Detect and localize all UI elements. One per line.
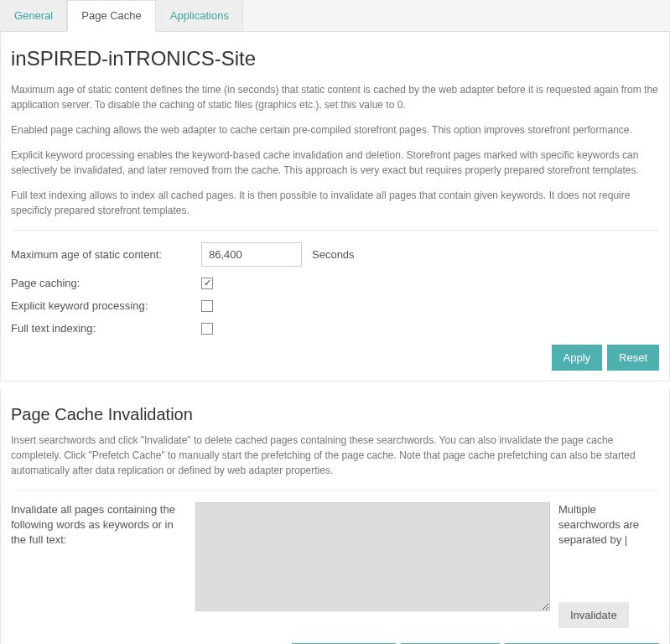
tab-applications[interactable]: Applications (156, 0, 243, 31)
row-explicit: Explicit keyword processing: (11, 299, 659, 312)
checkbox-explicit[interactable] (201, 300, 213, 312)
checkbox-page-caching[interactable]: ✓ (201, 278, 213, 289)
invalidation-panel: Page Cache Invalidation Insert searchwor… (0, 390, 670, 644)
input-max-age[interactable] (201, 242, 302, 267)
label-max-age: Maximum age of static content: (11, 248, 201, 261)
row-max-age: Maximum age of static content: Seconds (11, 242, 659, 267)
tab-general[interactable]: General (0, 0, 67, 31)
invalidation-textarea[interactable] (195, 502, 550, 611)
label-fulltext: Full text indexing: (11, 322, 201, 335)
page-title: inSPIRED-inTRONICS-Site (11, 47, 659, 70)
page-cache-panel: inSPIRED-inTRONICS-Site Maximum age of s… (0, 32, 670, 382)
invalidation-title: Page Cache Invalidation (11, 405, 659, 424)
invalidate-button[interactable]: Invalidate (558, 602, 629, 628)
apply-button[interactable]: Apply (552, 345, 603, 371)
desc-page-caching: Enabled page caching allows the web adap… (11, 122, 659, 138)
description-block: Maximum age of static content defines th… (11, 82, 659, 231)
label-explicit: Explicit keyword processing: (11, 299, 201, 312)
desc-explicit: Explicit keyword processing enables the … (11, 148, 659, 178)
reset-button[interactable]: Reset (607, 345, 659, 371)
apply-reset-row: Apply Reset (11, 345, 659, 371)
row-page-caching: Page caching: ✓ (11, 277, 659, 289)
desc-max-age: Maximum age of static content defines th… (11, 82, 659, 112)
tab-bar: General Page Cache Applications (0, 0, 670, 32)
row-fulltext: Full text indexing: (11, 322, 659, 335)
checkbox-fulltext[interactable] (201, 323, 213, 335)
tab-page-cache[interactable]: Page Cache (67, 0, 156, 32)
label-page-caching: Page caching: (11, 277, 201, 289)
invalidation-description: Insert searchwords and click "Invalidate… (11, 433, 659, 478)
invalidation-desc-block: Insert searchwords and click "Invalidate… (11, 433, 659, 491)
suffix-seconds: Seconds (312, 248, 355, 261)
invalidation-form-row: Invalidate all pages containing the foll… (11, 502, 659, 628)
invalidation-label: Invalidate all pages containing the foll… (11, 502, 187, 548)
invalidation-hint: Multiple searchwords are separated by | (558, 502, 659, 548)
invalidation-side: Multiple searchwords are separated by | … (558, 502, 659, 628)
desc-fulltext: Full text indexing allows to index all c… (11, 188, 659, 218)
